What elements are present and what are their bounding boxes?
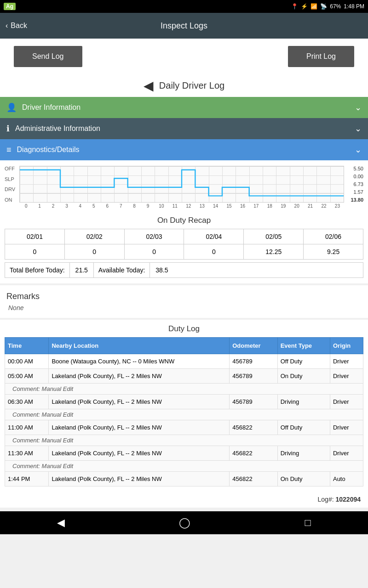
col-time: Time — [5, 338, 49, 354]
row-comment: Comment: Manual Edit — [5, 384, 363, 395]
row-odometer: 456822 — [230, 472, 277, 486]
recap-val-0: 0 — [5, 244, 65, 260]
row-time: 11:00 AM — [5, 420, 49, 435]
x-label-1: 1 — [33, 204, 46, 209]
right-label-3: 1.57 — [347, 189, 363, 195]
admin-information-section[interactable]: ℹ Administrative Information ⌄ — [0, 118, 368, 139]
row-event-type: On Duty — [277, 369, 330, 384]
back-label: Back — [11, 22, 27, 30]
duty-log-row: 11:00 AM Lakeland (Polk County), FL -- 2… — [5, 420, 363, 435]
x-label-19: 19 — [276, 204, 290, 209]
x-label-3: 3 — [60, 204, 73, 209]
x-label-17: 17 — [249, 204, 263, 209]
page-title: Inspect Logs — [161, 21, 207, 31]
row-origin: Driver — [330, 354, 363, 369]
remarks-title: Remarks — [6, 292, 362, 301]
recap-date-5: 02/06 — [304, 229, 363, 244]
print-log-button[interactable]: Print Log — [288, 46, 354, 67]
total-before-today-value: 21.5 — [70, 263, 94, 277]
chart-area: OFF SLP DRV ON 0 1 2 3 4 5 6 7 — [0, 160, 368, 210]
x-label-7: 7 — [114, 204, 127, 209]
row-odometer: 456789 — [230, 369, 277, 384]
diag-label: Diagnostics/Details — [17, 146, 349, 154]
row-time: 05:00 AM — [5, 369, 49, 384]
available-today-label: Available Today: — [94, 263, 150, 277]
chart-line — [20, 166, 344, 202]
y-label-on: ON — [5, 197, 17, 203]
info-icon: ℹ — [6, 124, 10, 134]
x-label-9: 9 — [141, 204, 155, 209]
x-label-5: 5 — [87, 204, 100, 209]
row-event-type: Driving — [277, 395, 330, 409]
col-location: Nearby Location — [49, 338, 230, 354]
total-before-today-label: Total Before Today: — [5, 263, 70, 277]
row-time: 11:30 AM — [5, 446, 49, 461]
row-location: Lakeland (Polk County), FL -- 2 Miles NW — [49, 446, 230, 461]
prev-log-button[interactable]: ◀ — [144, 78, 154, 93]
row-origin: Driver — [330, 395, 363, 409]
right-label-1: 0.00 — [347, 174, 363, 179]
x-label-18: 18 — [263, 204, 276, 209]
duty-log-row: 06:30 AM Lakeland (Polk County), FL -- 2… — [5, 395, 363, 409]
diagnostics-section[interactable]: ≡ Diagnostics/Details ⌄ — [0, 139, 368, 160]
app-label: Ag — [4, 3, 16, 10]
status-bar-right: 📍 ⚡ 📶 📡 67% 1:48 PM — [291, 3, 364, 10]
send-log-button[interactable]: Send Log — [14, 46, 82, 67]
battery-label: 67% — [330, 3, 341, 10]
recap-section: On Duty Recap 02/01 02/02 02/03 02/04 02… — [0, 210, 368, 283]
recap-totals: Total Before Today: 21.5 Available Today… — [5, 262, 363, 278]
status-bar: Ag 📍 ⚡ 📶 📡 67% 1:48 PM — [0, 0, 368, 13]
duty-log-row: 1:44 PM Lakeland (Polk County), FL -- 2 … — [5, 472, 363, 486]
row-location: Lakeland (Polk County), FL -- 2 Miles NW — [49, 369, 230, 384]
row-origin: Auto — [330, 472, 363, 486]
col-odometer: Odometer — [230, 338, 277, 354]
log-number-row: Log#: 1022094 — [0, 491, 368, 508]
duty-log-comment-row: Comment: Manual Edit — [5, 409, 363, 420]
right-label-4: 13.80 — [347, 197, 363, 203]
col-origin: Origin — [330, 338, 363, 354]
recap-date-4: 02/05 — [244, 229, 304, 244]
row-origin: Driver — [330, 420, 363, 435]
row-location: Lakeland (Polk County), FL -- 2 Miles NW — [49, 472, 230, 486]
x-label-23: 23 — [331, 204, 344, 209]
duty-log-table: Time Nearby Location Odometer Event Type… — [5, 337, 363, 486]
diag-chevron-icon: ⌄ — [355, 145, 362, 155]
log-header-row: ◀ Daily Driver Log — [0, 74, 368, 97]
x-label-8: 8 — [127, 204, 141, 209]
duty-log-comment-row: Comment: Manual Edit — [5, 461, 363, 472]
recent-nav-button[interactable]: □ — [294, 513, 322, 532]
row-location: Lakeland (Polk County), FL -- 2 Miles NW — [49, 420, 230, 435]
right-label-0: 5.50 — [347, 166, 363, 171]
y-label-slp: SLP — [5, 176, 17, 182]
row-odometer: 456789 — [230, 395, 277, 409]
row-comment: Comment: Manual Edit — [5, 461, 363, 472]
x-label-0: 0 — [19, 204, 33, 209]
signal-icon: 📡 — [320, 3, 327, 10]
person-icon: 👤 — [6, 102, 17, 113]
back-button[interactable]: ‹ Back — [6, 22, 27, 30]
row-origin: Driver — [330, 369, 363, 384]
chart-main: 0 1 2 3 4 5 6 7 8 9 10 11 12 13 14 15 16… — [19, 166, 344, 209]
log-number-value: 1022094 — [335, 496, 361, 503]
location-icon: 📍 — [291, 3, 298, 10]
list-icon: ≡ — [6, 145, 12, 155]
x-label-14: 14 — [209, 204, 222, 209]
home-nav-button[interactable]: ◯ — [168, 513, 201, 532]
row-odometer: 456789 — [230, 354, 277, 369]
x-label-11: 11 — [168, 204, 182, 209]
daily-driver-log-title: Daily Driver Log — [159, 80, 224, 91]
y-label-drv: DRV — [5, 187, 17, 192]
time-label: 1:48 PM — [344, 3, 364, 10]
col-event-type: Event Type — [277, 338, 330, 354]
log-number-label: Log#: — [318, 496, 334, 503]
duty-log-row: 00:00 AM Boone (Watauga County), NC -- 0… — [5, 354, 363, 369]
admin-chevron-icon: ⌄ — [355, 124, 362, 134]
row-event-type: Driving — [277, 446, 330, 461]
bluetooth-icon: ⚡ — [301, 3, 308, 10]
driver-information-section[interactable]: 👤 Driver Information ⌄ — [0, 97, 368, 118]
duty-log-comment-row: Comment: Manual Edit — [5, 435, 363, 446]
wifi-icon: 📶 — [310, 3, 317, 10]
row-event-type: On Duty — [277, 472, 330, 486]
back-nav-button[interactable]: ◀ — [46, 513, 76, 532]
row-origin: Driver — [330, 446, 363, 461]
